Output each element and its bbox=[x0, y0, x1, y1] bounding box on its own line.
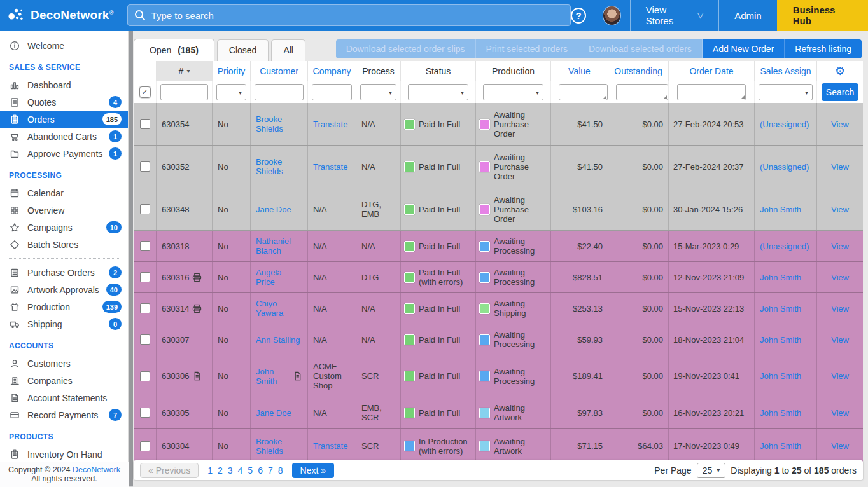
column-header-customer[interactable]: Customer bbox=[251, 61, 308, 81]
view-order-link[interactable]: View bbox=[831, 371, 849, 381]
admin-link[interactable]: Admin bbox=[719, 0, 777, 31]
column-header-company[interactable]: Company bbox=[308, 61, 356, 81]
view-order-link[interactable]: View bbox=[831, 304, 849, 313]
company-link[interactable]: Transtate bbox=[313, 120, 347, 129]
sidebar-item-record-payments[interactable]: Record Payments 7 bbox=[0, 406, 128, 423]
customer-link[interactable]: Brooke Shields bbox=[256, 437, 302, 456]
deconetwork-link[interactable]: DecoNetwork bbox=[73, 465, 120, 474]
sidebar-item-companies[interactable]: Companies bbox=[0, 372, 128, 389]
sidebar-item-welcome[interactable]: Welcome bbox=[0, 37, 128, 54]
page-link-5[interactable]: 5 bbox=[248, 465, 253, 476]
customer-link[interactable]: Angela Price bbox=[256, 268, 302, 287]
select-all-checkbox[interactable]: ✓ bbox=[139, 86, 151, 98]
sales-assign-link[interactable]: John Smith bbox=[760, 205, 801, 214]
row-checkbox[interactable] bbox=[140, 119, 150, 129]
customer-link[interactable]: Brooke Shields bbox=[256, 157, 302, 176]
page-link-8[interactable]: 8 bbox=[278, 465, 283, 476]
download-order-slips-button[interactable]: Download selected order slips bbox=[336, 39, 476, 58]
page-link-1[interactable]: 1 bbox=[207, 465, 213, 476]
row-checkbox[interactable] bbox=[140, 204, 150, 214]
row-checkbox[interactable] bbox=[140, 161, 150, 172]
row-checkbox[interactable] bbox=[140, 272, 150, 282]
customer-link[interactable]: Nathaniel Blanch bbox=[256, 237, 302, 256]
row-checkbox[interactable] bbox=[140, 241, 150, 251]
column-settings[interactable]: ⚙ bbox=[817, 61, 863, 81]
sidebar-scrollbar[interactable] bbox=[129, 31, 133, 487]
view-order-link[interactable]: View bbox=[831, 120, 849, 129]
search-button[interactable]: Search bbox=[822, 83, 858, 101]
row-checkbox[interactable] bbox=[140, 441, 150, 451]
sidebar-item-calendar[interactable]: Calendar bbox=[0, 184, 128, 202]
sidebar-item-customers[interactable]: Customers bbox=[0, 355, 128, 372]
view-order-link[interactable]: View bbox=[831, 335, 849, 345]
filter-outstanding-input[interactable] bbox=[616, 84, 668, 100]
sales-assign-link[interactable]: (Unassigned) bbox=[760, 242, 809, 251]
filter-sales-assign-select[interactable]: ▾ bbox=[759, 84, 813, 100]
page-link-6[interactable]: 6 bbox=[258, 465, 263, 476]
search-input[interactable] bbox=[151, 10, 564, 21]
column-header-value[interactable]: Value bbox=[551, 61, 608, 81]
next-page-button[interactable]: Next » bbox=[292, 463, 334, 478]
row-checkbox[interactable] bbox=[140, 408, 150, 418]
view-stores-menu[interactable]: View Stores ▽ bbox=[631, 0, 718, 31]
sidebar-item-quotes[interactable]: Quotes 4 bbox=[0, 93, 128, 111]
column-header-sales-assign[interactable]: Sales Assign bbox=[755, 61, 817, 81]
filter-order-date-input[interactable] bbox=[677, 84, 746, 100]
filter-customer-input[interactable] bbox=[255, 84, 304, 100]
sales-assign-link[interactable]: John Smith bbox=[760, 371, 801, 381]
sidebar-item-account-statements[interactable]: Account Statements bbox=[0, 389, 128, 406]
view-order-link[interactable]: View bbox=[831, 273, 849, 282]
sidebar-item-artwork-approvals[interactable]: Artwork Approvals 40 bbox=[0, 281, 128, 298]
sidebar-item-production[interactable]: Production 139 bbox=[0, 298, 128, 315]
sales-assign-link[interactable]: (Unassigned) bbox=[760, 162, 809, 172]
customer-link[interactable]: Brooke Shields bbox=[256, 114, 302, 134]
avatar[interactable] bbox=[603, 6, 621, 25]
add-new-order-button[interactable]: Add New Order bbox=[703, 39, 785, 58]
sidebar-item-inventory-on-hand[interactable]: Inventory On Hand bbox=[0, 446, 128, 463]
row-checkbox[interactable] bbox=[140, 303, 150, 313]
business-hub-button[interactable]: Business Hub bbox=[777, 0, 868, 31]
column-header-order-date[interactable]: Order Date bbox=[669, 61, 755, 81]
tab-closed[interactable]: Closed bbox=[217, 39, 269, 61]
view-order-link[interactable]: View bbox=[831, 162, 849, 172]
customer-link[interactable]: John Smith bbox=[256, 367, 290, 386]
view-order-link[interactable]: View bbox=[831, 242, 849, 251]
sales-assign-link[interactable]: John Smith bbox=[760, 304, 801, 313]
global-search[interactable] bbox=[127, 4, 571, 26]
column-header-number[interactable]: #▾ bbox=[157, 61, 213, 81]
print-selected-orders-button[interactable]: Print selected orders bbox=[476, 39, 578, 58]
refresh-listing-button[interactable]: Refresh listing bbox=[785, 39, 862, 58]
sales-assign-link[interactable]: John Smith bbox=[760, 273, 801, 282]
sidebar-item-batch-stores[interactable]: Batch Stores bbox=[0, 236, 128, 253]
sidebar-item-orders[interactable]: Orders 185 bbox=[0, 111, 128, 128]
tab-all[interactable]: All bbox=[271, 39, 305, 61]
view-order-link[interactable]: View bbox=[831, 205, 849, 214]
page-link-4[interactable]: 4 bbox=[238, 465, 243, 476]
row-checkbox[interactable] bbox=[140, 371, 150, 381]
customer-link[interactable]: Ann Stalling bbox=[256, 335, 300, 345]
sales-assign-link[interactable]: John Smith bbox=[760, 441, 801, 451]
page-link-2[interactable]: 2 bbox=[218, 465, 223, 476]
filter-company-input[interactable] bbox=[312, 84, 352, 100]
filter-number-input[interactable] bbox=[160, 84, 208, 100]
per-page-select[interactable]: 25 ▾ bbox=[697, 463, 726, 478]
filter-process-select[interactable]: ▾ bbox=[360, 84, 396, 100]
sidebar-item-shipping[interactable]: Shipping 0 bbox=[0, 315, 128, 333]
sidebar-item-abandoned-carts[interactable]: Abandoned Carts 1 bbox=[0, 128, 128, 145]
sales-assign-link[interactable]: John Smith bbox=[760, 408, 801, 418]
sidebar-item-campaigns[interactable]: Campaigns 10 bbox=[0, 219, 128, 236]
customer-link[interactable]: Jane Doe bbox=[256, 205, 291, 214]
customer-link[interactable]: Chiyo Yawara bbox=[256, 299, 302, 318]
filter-status-select[interactable]: ▾ bbox=[408, 84, 468, 100]
column-header-outstanding[interactable]: Outstanding bbox=[608, 61, 669, 81]
help-icon[interactable]: ? bbox=[571, 8, 586, 24]
customer-link[interactable]: Jane Doe bbox=[256, 408, 291, 418]
view-order-link[interactable]: View bbox=[831, 408, 849, 418]
brand[interactable]: DecoNetwork® bbox=[0, 6, 121, 24]
filter-priority-select[interactable]: ▾ bbox=[216, 84, 246, 100]
page-link-7[interactable]: 7 bbox=[268, 465, 273, 476]
sales-assign-link[interactable]: John Smith bbox=[760, 335, 801, 345]
column-header-priority[interactable]: Priority bbox=[213, 61, 251, 81]
sidebar-item-approve-payments[interactable]: Approve Payments 1 bbox=[0, 145, 128, 162]
company-link[interactable]: Transtate bbox=[313, 441, 347, 451]
